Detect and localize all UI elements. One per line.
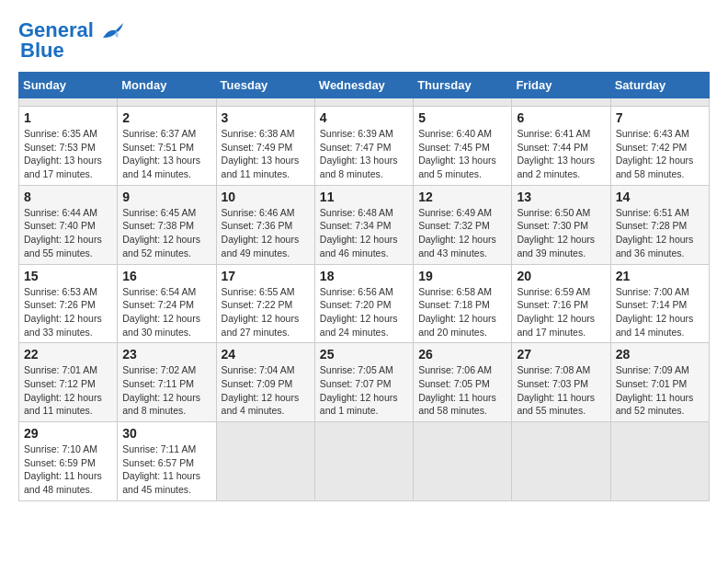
calendar-cell [19,98,118,107]
calendar-header-sunday: Sunday [19,73,118,98]
logo-bird-icon [101,21,125,41]
day-info: Sunrise: 7:09 AMSunset: 7:01 PMDaylight:… [616,363,704,418]
day-info: Sunrise: 7:01 AMSunset: 7:12 PMDaylight:… [24,363,112,418]
calendar-week-row: 22Sunrise: 7:01 AMSunset: 7:12 PMDayligh… [19,343,710,422]
day-info: Sunrise: 7:05 AMSunset: 7:07 PMDaylight:… [320,363,408,418]
calendar-cell: 13Sunrise: 6:50 AMSunset: 7:30 PMDayligh… [512,185,610,264]
day-number: 17 [222,269,310,283]
day-info: Sunrise: 6:49 AMSunset: 7:32 PMDaylight:… [418,206,506,260]
calendar-cell [314,422,413,501]
day-info: Sunrise: 6:58 AMSunset: 7:18 PMDaylight:… [418,285,506,339]
calendar-cell: 22Sunrise: 7:01 AMSunset: 7:12 PMDayligh… [19,343,118,422]
day-info: Sunrise: 7:08 AMSunset: 7:03 PMDaylight:… [517,363,605,418]
day-number: 2 [122,110,210,125]
calendar-week-row: 8Sunrise: 6:44 AMSunset: 7:40 PMDaylight… [19,185,710,264]
calendar-cell: 1Sunrise: 6:35 AMSunset: 7:53 PMDaylight… [19,107,118,186]
calendar-cell [512,422,610,501]
day-number: 13 [517,190,605,204]
day-number: 3 [222,110,310,125]
calendar-header-saturday: Saturday [610,73,709,98]
day-info: Sunrise: 6:59 AMSunset: 7:16 PMDaylight:… [517,285,605,339]
calendar-cell [414,98,512,107]
day-info: Sunrise: 6:51 AMSunset: 7:28 PMDaylight:… [616,206,704,260]
day-info: Sunrise: 6:46 AMSunset: 7:36 PMDaylight:… [222,206,310,260]
day-number: 12 [418,190,506,204]
calendar-cell: 3Sunrise: 6:38 AMSunset: 7:49 PMDaylight… [216,107,314,186]
day-number: 9 [122,190,210,204]
day-number: 20 [517,269,605,283]
calendar-cell: 29Sunrise: 7:10 AMSunset: 6:59 PMDayligh… [19,422,118,501]
calendar-week-row: 1Sunrise: 6:35 AMSunset: 7:53 PMDaylight… [19,107,710,186]
day-number: 10 [222,190,310,204]
day-number: 4 [320,110,408,125]
calendar-cell: 26Sunrise: 7:06 AMSunset: 7:05 PMDayligh… [414,343,512,422]
day-info: Sunrise: 7:10 AMSunset: 6:59 PMDaylight:… [24,442,112,497]
day-number: 29 [24,426,112,441]
day-number: 21 [616,269,704,283]
calendar-week-row: 15Sunrise: 6:53 AMSunset: 7:26 PMDayligh… [19,264,710,343]
day-number: 1 [24,110,112,125]
calendar-cell: 14Sunrise: 6:51 AMSunset: 7:28 PMDayligh… [610,185,709,264]
day-info: Sunrise: 6:53 AMSunset: 7:26 PMDaylight:… [24,285,112,339]
calendar-header-friday: Friday [512,73,610,98]
day-number: 15 [24,269,112,283]
day-number: 7 [616,110,704,125]
calendar-cell: 8Sunrise: 6:44 AMSunset: 7:40 PMDaylight… [19,185,118,264]
calendar-cell [414,422,512,501]
page-header: General Blue [18,18,710,63]
day-number: 25 [320,347,408,362]
day-info: Sunrise: 6:40 AMSunset: 7:45 PMDaylight:… [418,127,506,181]
calendar-cell: 17Sunrise: 6:55 AMSunset: 7:22 PMDayligh… [216,264,314,343]
day-number: 19 [418,269,506,283]
day-number: 22 [24,347,112,362]
calendar-header-row: SundayMondayTuesdayWednesdayThursdayFrid… [19,73,710,98]
calendar-week-row [19,98,710,107]
day-number: 14 [616,190,704,204]
day-number: 16 [122,269,210,283]
calendar-cell: 20Sunrise: 6:59 AMSunset: 7:16 PMDayligh… [512,264,610,343]
calendar-cell [216,422,314,501]
day-number: 8 [24,190,112,204]
day-info: Sunrise: 6:41 AMSunset: 7:44 PMDaylight:… [517,127,605,181]
calendar-cell: 25Sunrise: 7:05 AMSunset: 7:07 PMDayligh… [314,343,413,422]
day-number: 23 [122,347,210,362]
calendar-cell: 23Sunrise: 7:02 AMSunset: 7:11 PMDayligh… [118,343,216,422]
calendar-cell [314,98,413,107]
calendar-cell: 9Sunrise: 6:45 AMSunset: 7:38 PMDaylight… [118,185,216,264]
day-info: Sunrise: 6:55 AMSunset: 7:22 PMDaylight:… [222,285,310,339]
day-info: Sunrise: 6:44 AMSunset: 7:40 PMDaylight:… [24,206,112,260]
day-number: 18 [320,269,408,283]
day-info: Sunrise: 6:50 AMSunset: 7:30 PMDaylight:… [517,206,605,260]
calendar-cell: 27Sunrise: 7:08 AMSunset: 7:03 PMDayligh… [512,343,610,422]
calendar-cell: 19Sunrise: 6:58 AMSunset: 7:18 PMDayligh… [414,264,512,343]
calendar-table: SundayMondayTuesdayWednesdayThursdayFrid… [18,72,710,501]
calendar-cell: 7Sunrise: 6:43 AMSunset: 7:42 PMDaylight… [610,107,709,186]
calendar-cell [216,98,314,107]
day-number: 24 [222,347,310,362]
calendar-cell [610,422,709,501]
day-number: 11 [320,190,408,204]
calendar-cell: 24Sunrise: 7:04 AMSunset: 7:09 PMDayligh… [216,343,314,422]
day-info: Sunrise: 6:39 AMSunset: 7:47 PMDaylight:… [320,127,408,181]
calendar-cell: 18Sunrise: 6:56 AMSunset: 7:20 PMDayligh… [314,264,413,343]
calendar-cell: 16Sunrise: 6:54 AMSunset: 7:24 PMDayligh… [118,264,216,343]
day-info: Sunrise: 6:54 AMSunset: 7:24 PMDaylight:… [122,285,210,339]
calendar-cell: 12Sunrise: 6:49 AMSunset: 7:32 PMDayligh… [414,185,512,264]
day-info: Sunrise: 7:11 AMSunset: 6:57 PMDaylight:… [122,442,210,497]
day-number: 5 [418,110,506,125]
calendar-cell: 15Sunrise: 6:53 AMSunset: 7:26 PMDayligh… [19,264,118,343]
day-info: Sunrise: 6:35 AMSunset: 7:53 PMDaylight:… [24,127,112,181]
day-info: Sunrise: 6:43 AMSunset: 7:42 PMDaylight:… [616,127,704,181]
calendar-cell: 6Sunrise: 6:41 AMSunset: 7:44 PMDaylight… [512,107,610,186]
logo-blue-text: Blue [18,39,64,63]
calendar-cell [118,98,216,107]
day-info: Sunrise: 6:48 AMSunset: 7:34 PMDaylight:… [320,206,408,260]
calendar-header-monday: Monday [118,73,216,98]
day-info: Sunrise: 7:02 AMSunset: 7:11 PMDaylight:… [122,363,210,418]
calendar-cell: 2Sunrise: 6:37 AMSunset: 7:51 PMDaylight… [118,107,216,186]
day-number: 26 [418,347,506,362]
calendar-week-row: 29Sunrise: 7:10 AMSunset: 6:59 PMDayligh… [19,422,710,501]
calendar-cell: 21Sunrise: 7:00 AMSunset: 7:14 PMDayligh… [610,264,709,343]
calendar-header-thursday: Thursday [414,73,512,98]
calendar-cell: 4Sunrise: 6:39 AMSunset: 7:47 PMDaylight… [314,107,413,186]
